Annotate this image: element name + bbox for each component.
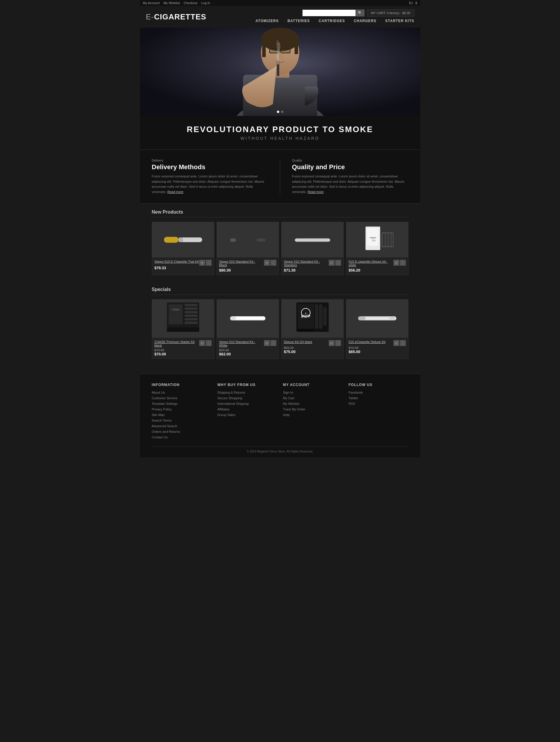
product-info: CHASE Premium Starter Kit black 🛒 ⋮ $79.…: [152, 338, 214, 359]
my-wishlist-link[interactable]: My Wishlist: [163, 1, 180, 5]
product-image: [217, 300, 279, 338]
svg-rect-42: [185, 322, 198, 324]
footer-link[interactable]: Template Settings: [152, 402, 177, 406]
search-bar: 🔍: [303, 9, 365, 16]
footer-link[interactable]: About Us: [152, 391, 165, 394]
product-image: [152, 222, 214, 257]
hero-dot-1[interactable]: [277, 111, 279, 113]
add-to-cart-button[interactable]: 🛒: [264, 340, 270, 346]
product-name-link[interactable]: Veppo 510 E-Cigarette Trial Kit: [154, 260, 199, 263]
product-chase-svg: Chase: [162, 301, 204, 336]
product-name-link[interactable]: Deluxe Kit G4 black: [284, 340, 312, 343]
product-info: Veppo 510 Standard Kit - Black 🛒 ⋮ $80.3…: [217, 257, 279, 275]
footer-link[interactable]: Secure Shopping: [217, 396, 242, 400]
svg-rect-54: [298, 329, 314, 331]
nav-starter-kits[interactable]: STARTER KITS: [385, 19, 414, 24]
footer-link[interactable]: My Cart: [283, 396, 295, 400]
footer-link[interactable]: Track My Order: [283, 408, 305, 411]
nav-atomizers[interactable]: ATOMIZERS: [255, 19, 279, 24]
footer-link[interactable]: Customer Service: [152, 396, 177, 400]
more-options-button[interactable]: ⋮: [400, 260, 406, 266]
footer-col-follow-us: FOLLOW US Facebook Twitter RSS: [349, 383, 408, 441]
nav-batteries[interactable]: BATTERIES: [288, 19, 310, 24]
add-to-cart-button[interactable]: 🛒: [394, 260, 399, 266]
footer-link[interactable]: Sign In: [283, 391, 293, 394]
svg-text:Chase: Chase: [171, 308, 179, 311]
more-options-button[interactable]: ⋮: [335, 260, 341, 266]
more-options-button[interactable]: ⋮: [270, 340, 276, 346]
more-options-button[interactable]: ⋮: [400, 340, 406, 346]
footer-link[interactable]: Facebook: [349, 391, 363, 394]
nav-cartridges[interactable]: CARTRIDGES: [319, 19, 345, 24]
add-to-cart-button[interactable]: 🛒: [394, 340, 399, 346]
delivery-read-more[interactable]: Read more: [167, 190, 183, 194]
svg-rect-17: [179, 237, 183, 242]
product-trial-svg: [162, 228, 204, 252]
footer-link[interactable]: International Shipping: [217, 402, 249, 406]
more-options-button[interactable]: ⋮: [206, 260, 212, 266]
login-link[interactable]: Log In: [201, 1, 210, 5]
language-selector[interactable]: En: [409, 1, 413, 5]
product-image: [346, 300, 408, 338]
delivery-label: Delivery: [152, 159, 268, 162]
add-to-cart-button[interactable]: 🛒: [329, 260, 335, 266]
product-name-link[interactable]: 510 eCigarette Deluxe Kit: [349, 340, 386, 343]
footer-link[interactable]: RSS: [349, 402, 355, 406]
footer-link[interactable]: Twitter: [349, 396, 358, 400]
product-g4-svg: pure ●: [292, 301, 333, 336]
product-info: Veppo 510 Standard Kit - Stainless 🛒 ⋮ $…: [282, 257, 344, 275]
footer-link[interactable]: Site Map: [152, 413, 164, 417]
footer-col-links: Shipping & Returns Secure Shopping Inter…: [217, 390, 277, 417]
footer-link[interactable]: Privacy Policy: [152, 408, 172, 411]
footer-link[interactable]: Help: [283, 413, 290, 417]
add-to-cart-button[interactable]: 🛒: [199, 260, 205, 266]
more-options-button[interactable]: ⋮: [206, 340, 212, 346]
product-name-link[interactable]: Veppo 510 Standard Kit - Black: [219, 260, 264, 267]
checkout-link[interactable]: Checkout: [184, 1, 197, 5]
product-image: Chase: [152, 300, 214, 338]
currency-selector[interactable]: $: [415, 1, 417, 5]
footer-link[interactable]: Contact Us: [152, 435, 168, 439]
my-account-link[interactable]: My Account: [143, 1, 160, 5]
svg-rect-20: [257, 238, 265, 242]
svg-rect-14: [277, 61, 279, 64]
product-card: Veppo 510 Standard Kit - White 🛒 ⋮ $69.3…: [216, 299, 279, 359]
search-input[interactable]: [303, 10, 355, 16]
add-to-cart-button[interactable]: 🛒: [199, 340, 205, 346]
footer-link[interactable]: Search Terms: [152, 419, 172, 422]
footer-link[interactable]: Affiliates: [217, 408, 230, 411]
product-name-row: 510 eCigarette Deluxe Kit 🛒 ⋮: [349, 340, 406, 346]
product-image: pure ●: [282, 300, 344, 338]
footer-link[interactable]: Orders and Returns: [152, 430, 181, 433]
product-name-link[interactable]: Veppo 510 Standard Kit - Stainless: [284, 260, 329, 267]
product-name-link[interactable]: 510 E-cigarette Deluxe kit - white: [349, 260, 394, 267]
footer-link[interactable]: My Wishlist: [283, 402, 300, 406]
footer-link[interactable]: Group Sales: [217, 413, 236, 417]
nav-chargers[interactable]: CHARGERS: [354, 19, 376, 24]
add-to-cart-button[interactable]: 🛒: [264, 260, 270, 266]
delivery-block: Delivery Delivery Methods Fusce euismod …: [152, 159, 268, 195]
header-right: 🔍 MY CART: 0 item(s) - $0.00 ATOMIZERS B…: [255, 9, 414, 24]
product-card: pure ● Deluxe Kit G4 black 🛒 ⋮: [281, 299, 344, 359]
svg-rect-6: [262, 40, 266, 57]
product-name-row: CHASE Premium Starter Kit black 🛒 ⋮: [154, 340, 212, 348]
add-to-cart-button[interactable]: 🛒: [329, 340, 335, 346]
footer-copyright: © 2014 Magento Demo Store. All Rights Re…: [152, 446, 408, 453]
product-name-link[interactable]: CHASE Premium Starter Kit black: [154, 340, 199, 347]
svg-rect-36: [169, 315, 183, 324]
quality-title: Quality and Price: [292, 163, 408, 171]
search-button[interactable]: 🔍: [355, 9, 365, 16]
hero-dot-2[interactable]: [281, 111, 284, 113]
footer-link[interactable]: Shipping & Returns: [217, 391, 245, 394]
specials-grid: Chase CHASE Premium Starter Kit black: [152, 299, 408, 359]
logo[interactable]: E-CIGARETTES: [146, 12, 207, 21]
product-name-link[interactable]: Veppo 510 Standard Kit - White: [219, 340, 264, 347]
footer-grid: INFORMATION About Us Customer Service Te…: [152, 383, 408, 441]
info-section: Delivery Delivery Methods Fusce euismod …: [140, 150, 420, 204]
quality-read-more[interactable]: Read more: [308, 190, 323, 194]
svg-text:510: 510: [372, 240, 375, 242]
cart-button[interactable]: MY CART: 0 item(s) - $0.00: [367, 9, 414, 16]
more-options-button[interactable]: ⋮: [335, 340, 341, 346]
more-options-button[interactable]: ⋮: [270, 260, 276, 266]
footer-link[interactable]: Advanced Search: [152, 424, 177, 428]
